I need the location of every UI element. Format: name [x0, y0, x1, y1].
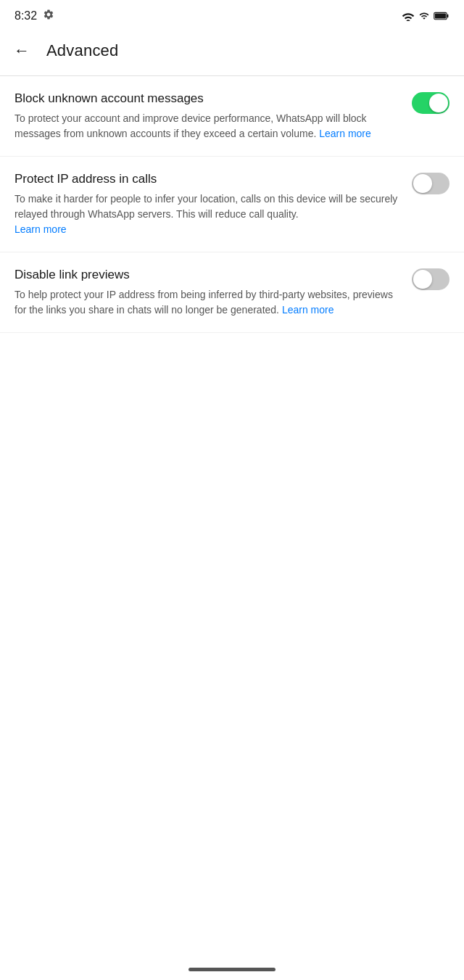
status-bar: 8:32	[0, 0, 464, 29]
back-button[interactable]: ←	[6, 35, 38, 67]
toggle-thumb-block-unknown	[429, 94, 448, 112]
toggle-thumb-protect-ip	[413, 174, 432, 193]
toggle-container-block-unknown[interactable]	[412, 92, 450, 117]
home-indicator	[188, 968, 276, 971]
setting-title-disable-link-previews: Disable link previews	[14, 267, 400, 283]
settings-list: Block unknown account messages To protec…	[0, 76, 464, 333]
setting-description-protect-ip: To make it harder for people to infer yo…	[14, 192, 400, 237]
setting-item-disable-link-previews[interactable]: Disable link previews To help protect yo…	[0, 252, 464, 333]
setting-title-protect-ip: Protect IP address in calls	[14, 171, 400, 187]
setting-item-protect-ip[interactable]: Protect IP address in calls To make it h…	[0, 157, 464, 252]
setting-content-block-unknown: Block unknown account messages To protec…	[14, 91, 412, 141]
status-right	[402, 11, 450, 21]
svg-rect-1	[447, 15, 448, 18]
status-left: 8:32	[14, 9, 54, 23]
wifi-icon	[402, 11, 415, 21]
setting-content-disable-link-previews: Disable link previews To help protect yo…	[14, 267, 412, 318]
battery-icon	[434, 11, 450, 21]
page-title: Advanced	[46, 41, 118, 60]
setting-title-block-unknown: Block unknown account messages	[14, 91, 400, 107]
setting-content-protect-ip: Protect IP address in calls To make it h…	[14, 171, 412, 237]
setting-description-disable-link-previews: To help protect your IP address from bei…	[14, 287, 400, 318]
toggle-disable-link-previews[interactable]	[412, 268, 450, 290]
toggle-protect-ip[interactable]	[412, 173, 450, 194]
status-time: 8:32	[14, 9, 37, 22]
toggle-thumb-disable-link-previews	[413, 270, 432, 289]
learn-more-link-protect-ip[interactable]: Learn more	[14, 223, 67, 235]
setting-description-block-unknown: To protect your account and improve devi…	[14, 111, 400, 141]
learn-more-link-disable-link-previews[interactable]: Learn more	[282, 304, 334, 316]
toggle-container-disable-link-previews[interactable]	[412, 268, 450, 293]
svg-rect-2	[435, 13, 446, 18]
toggle-block-unknown[interactable]	[412, 92, 450, 114]
setting-item-block-unknown[interactable]: Block unknown account messages To protec…	[0, 76, 464, 157]
toolbar: ← Advanced	[0, 29, 464, 75]
back-arrow-icon: ←	[14, 41, 30, 60]
learn-more-link-block-unknown[interactable]: Learn more	[319, 128, 371, 139]
gear-icon	[43, 9, 54, 23]
toggle-container-protect-ip[interactable]	[412, 173, 450, 197]
signal-icon	[419, 11, 429, 21]
